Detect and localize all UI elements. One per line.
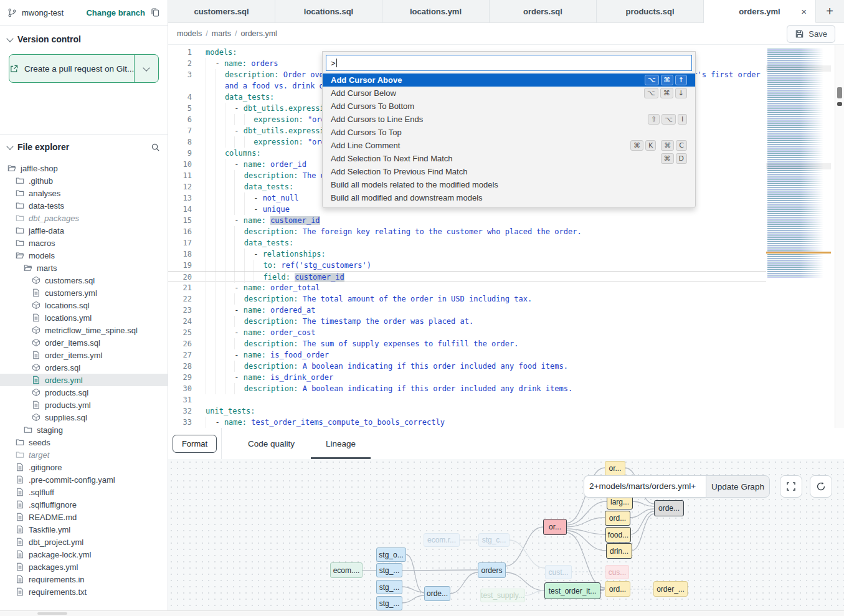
tree-item-seeds[interactable]: seeds xyxy=(0,436,168,448)
command-item[interactable]: Add Cursors To Bottom xyxy=(323,100,695,113)
command-item[interactable]: Add Line Comment⌘K⌘C xyxy=(323,139,695,152)
tree-item-staging[interactable]: staging xyxy=(0,424,168,436)
lineage-node[interactable]: order_... xyxy=(653,581,688,597)
tree-item-locations-sql[interactable]: locations.sql xyxy=(0,299,168,311)
command-palette-input[interactable]: > xyxy=(326,55,692,71)
tree-item-customers-yml[interactable]: customers.yml xyxy=(0,287,168,299)
bottom-scrollbar[interactable] xyxy=(0,610,844,616)
tree-item-orders-sql[interactable]: orders.sql xyxy=(0,361,168,374)
panel-tab-code-quality[interactable]: Code quality xyxy=(240,428,302,459)
command-item[interactable]: Add Cursors to Line Ends⇧⌥I xyxy=(323,113,695,126)
breadcrumb-part[interactable]: orders.yml xyxy=(241,29,277,38)
create-pr-caret-button[interactable] xyxy=(135,55,158,82)
command-item[interactable]: Add Selection To Next Find Match⌘D xyxy=(323,152,695,165)
lineage-node[interactable]: cus... xyxy=(605,565,629,579)
tree-item-metricflow-time-spine-sql[interactable]: metricflow_time_spine.sql xyxy=(0,324,168,336)
command-item[interactable]: Build all modified and downstream models xyxy=(323,191,695,204)
format-button[interactable]: Format xyxy=(173,435,217,453)
tree-item-target[interactable]: target xyxy=(0,448,168,461)
breadcrumb-part[interactable]: models xyxy=(177,29,202,38)
tree-item-jaffle-data[interactable]: jaffle-data xyxy=(0,224,168,237)
lineage-node[interactable]: or... xyxy=(605,461,625,476)
tree-item-dbt-project-yml[interactable]: dbt_project.yml xyxy=(0,536,168,548)
tree-item-order-items-sql[interactable]: order_items.sql xyxy=(0,336,168,349)
lineage-node[interactable]: ord... xyxy=(605,511,630,526)
update-graph-button[interactable]: Update Graph xyxy=(706,475,770,498)
copy-icon[interactable] xyxy=(150,7,160,17)
minimap[interactable] xyxy=(767,49,830,278)
tree-item--pre-commit-config-yaml[interactable]: .pre-commit-config.yaml xyxy=(0,473,168,486)
lineage-node[interactable]: orders xyxy=(478,562,506,578)
command-item[interactable]: Build all models related to the modified… xyxy=(323,178,695,191)
lineage-node[interactable]: orde... xyxy=(654,500,684,516)
tree-item-models[interactable]: models xyxy=(0,249,168,262)
tab-locations.yml[interactable]: locations.yml xyxy=(382,0,490,22)
lineage-node[interactable]: test_supply... xyxy=(480,589,525,602)
tree-item-packages-yml[interactable]: packages.yml xyxy=(0,561,168,573)
tree-item--sqlfluff[interactable]: .sqlfluff xyxy=(0,486,168,498)
lineage-node[interactable]: stg_c... xyxy=(478,533,510,547)
command-item[interactable]: Add Cursor Above⌥⌘↑ xyxy=(323,73,695,87)
tree-item-requirements-in[interactable]: requirements.in xyxy=(0,573,168,585)
command-item[interactable]: Add Selection To Previous Find Match xyxy=(323,165,695,178)
create-pr-button[interactable]: Create a pull request on Git... xyxy=(9,55,135,82)
tree-item-package-lock-yml[interactable]: package-lock.yml xyxy=(0,548,168,561)
tree-item-readme-md[interactable]: README.md xyxy=(0,511,168,523)
tree-item--gitignore[interactable]: .gitignore xyxy=(0,461,168,473)
tree-item-supplies-sql[interactable]: supplies.sql xyxy=(0,411,168,424)
command-item[interactable]: Add Cursor Below⌥⌘↓ xyxy=(323,87,695,100)
tree-item-jaffle-shop[interactable]: jaffle-shop xyxy=(0,162,168,174)
tree-item-order-items-yml[interactable]: order_items.yml xyxy=(0,349,168,361)
lineage-node[interactable]: test_order_it... xyxy=(544,582,600,599)
tree-item-dbt-packages[interactable]: dbt_packages xyxy=(0,212,168,224)
scrollbar-thumb[interactable] xyxy=(37,612,67,615)
fullscreen-button[interactable] xyxy=(780,475,802,498)
tab-products.sql[interactable]: products.sql xyxy=(597,0,704,22)
search-icon[interactable] xyxy=(151,143,160,152)
tree-item-customers-sql[interactable]: customers.sql xyxy=(0,274,168,287)
tree-item-marts[interactable]: marts xyxy=(0,262,168,274)
lineage-node[interactable]: stg_... xyxy=(376,563,402,577)
new-tab-button[interactable]: + xyxy=(816,0,843,22)
lineage-node[interactable]: stg_... xyxy=(376,580,402,594)
tree-item-locations-yml[interactable]: locations.yml xyxy=(0,311,168,324)
tree-item--github[interactable]: .github xyxy=(0,174,168,187)
lineage-node[interactable]: ecom.r... xyxy=(424,533,460,547)
tree-item-orders-yml[interactable]: orders.yml xyxy=(0,374,168,386)
tree-item-taskfile-yml[interactable]: Taskfile.yml xyxy=(0,523,168,536)
version-control-header[interactable]: Version control xyxy=(0,26,168,49)
close-tab-icon[interactable]: × xyxy=(801,6,807,17)
lineage-node[interactable]: ord... xyxy=(605,581,630,597)
tab-orders.sql[interactable]: orders.sql xyxy=(490,0,597,22)
editor-scrollbar[interactable] xyxy=(835,45,844,428)
scrollbar-thumb[interactable] xyxy=(837,87,842,98)
lineage-node[interactable]: or... xyxy=(543,519,567,535)
lineage-node[interactable]: food... xyxy=(605,527,631,543)
lineage-node[interactable]: drin... xyxy=(606,543,632,559)
lineage-node[interactable]: ecom.... xyxy=(330,562,363,578)
breadcrumb-part[interactable]: marts xyxy=(212,29,231,38)
lineage-node[interactable]: stg_... xyxy=(376,596,402,610)
lineage-node[interactable]: orde... xyxy=(424,586,450,601)
code-editor[interactable]: 1models:2- name: orders3description: Ord… xyxy=(168,45,844,428)
tree-item-macros[interactable]: macros xyxy=(0,237,168,249)
lineage-canvas[interactable]: ecom....stg_o...stg_...stg_...stg_...ord… xyxy=(168,459,844,610)
tab-locations.sql[interactable]: locations.sql xyxy=(275,0,382,22)
lineage-filter-input[interactable]: 2+models/marts/orders.yml+ xyxy=(584,475,706,498)
change-branch-link[interactable]: Change branch xyxy=(86,8,145,17)
tree-item-analyses[interactable]: analyses xyxy=(0,187,168,199)
lineage-node[interactable]: cust... xyxy=(545,565,572,579)
tab-customers.sql[interactable]: customers.sql xyxy=(168,0,275,22)
command-item[interactable]: Add Cursors To Top xyxy=(323,126,695,139)
file-explorer-header[interactable]: File explorer xyxy=(0,135,168,157)
lineage-node[interactable]: stg_o... xyxy=(376,547,406,562)
tree-item-products-sql[interactable]: products.sql xyxy=(0,386,168,399)
tree-item-requirements-txt[interactable]: requirements.txt xyxy=(0,585,168,598)
tree-item-data-tests[interactable]: data-tests xyxy=(0,199,168,212)
save-button[interactable]: Save xyxy=(787,25,835,43)
tab-orders.yml[interactable]: orders.yml× xyxy=(704,0,816,23)
refresh-button[interactable] xyxy=(810,475,832,498)
tree-item-products-yml[interactable]: products.yml xyxy=(0,399,168,411)
tree-item--sqlfluffignore[interactable]: .sqlfluffignore xyxy=(0,498,168,511)
panel-tab-lineage[interactable]: Lineage xyxy=(318,428,363,459)
